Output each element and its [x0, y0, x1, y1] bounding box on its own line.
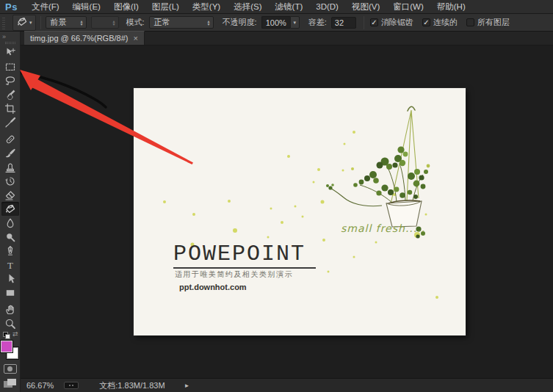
checkbox-checked-icon: ✓ [370, 18, 378, 26]
document-tab-title: timg.jpg @ 66.7%(RGB/8#) [30, 34, 128, 43]
checkbox-anti-alias[interactable]: ✓消除锯齿 [370, 17, 413, 28]
crop-tool[interactable] [1, 101, 19, 115]
ps-logo: Ps [0, 1, 25, 12]
divider [40, 16, 41, 29]
checkbox-label: 所有图层 [477, 17, 510, 28]
checkbox-label: 消除锯齿 [381, 17, 413, 28]
options-grip [1, 16, 7, 29]
tool-palette: » T ⇄ [0, 32, 21, 392]
foreground-color-swatch[interactable] [1, 341, 12, 352]
panel-grip[interactable] [5, 42, 15, 44]
document-canvas[interactable]: POWEPOINT 适用于唯美简约及相关类别演示 ppt.downhot.com… [134, 88, 466, 335]
menu-item-filter[interactable]: 滤镜(T) [269, 0, 310, 14]
default-swatches-widget[interactable]: ⇄ [2, 332, 18, 339]
checkbox-checked-icon: ✓ [422, 18, 430, 26]
quick-selection-tool[interactable] [1, 87, 19, 101]
tolerance-label: 容差: [308, 17, 327, 28]
document-size-info: 文档:1.83M/1.83M [99, 380, 165, 391]
current-tool-button[interactable]: ▾ [12, 15, 36, 31]
checkbox-contiguous[interactable]: ✓连续的 [422, 17, 458, 28]
status-bar: 66.67% 文档:1.83M/1.83M ► [21, 378, 553, 392]
paint-splatter-dots [134, 88, 466, 335]
divider [364, 16, 364, 29]
color-swatches [1, 341, 19, 360]
checkbox-label: 连续的 [433, 17, 458, 28]
updown-arrows-icon: ▴▾ [113, 20, 115, 26]
fill-source-select[interactable]: 前景 ▴▾ [46, 16, 87, 29]
checkbox-all-layers[interactable]: 所有图层 [466, 17, 510, 28]
photoshop-window: Ps 文件(F)编辑(E)图像(I)图层(L)类型(Y)选择(S)滤镜(T)3D… [0, 0, 553, 392]
clone-stamp-tool[interactable] [1, 160, 19, 174]
swap-colors-icon[interactable]: ⇄ [12, 330, 18, 338]
quick-mask-button[interactable] [4, 364, 17, 374]
close-icon[interactable]: × [133, 35, 137, 43]
menu-item-help[interactable]: 帮助(H) [430, 0, 472, 14]
lasso-tool[interactable] [1, 73, 19, 87]
status-menu-icon[interactable] [64, 382, 79, 389]
menu-item-layer[interactable]: 图层(L) [145, 0, 186, 14]
fill-source-value: 前景 [51, 17, 67, 28]
updown-arrows-icon: ▴▾ [208, 20, 210, 26]
menu-bar: Ps 文件(F)编辑(E)图像(I)图层(L)类型(Y)选择(S)滤镜(T)3D… [0, 0, 553, 14]
screen-mode-icon [7, 379, 16, 385]
zoom-level-field[interactable]: 66.67% [21, 381, 59, 390]
eyedropper-tool[interactable] [1, 115, 19, 129]
quick-mask-icon [7, 366, 12, 371]
brush-tool[interactable] [1, 146, 19, 160]
pasteboard[interactable]: POWEPOINT 适用于唯美简约及相关类别演示 ppt.downhot.com… [21, 46, 553, 378]
chevron-down-icon: ▾ [290, 16, 300, 29]
path-selection-tool[interactable] [1, 272, 19, 286]
pen-tool[interactable] [1, 244, 19, 258]
status-expand-icon[interactable]: ► [184, 382, 190, 389]
spot-healing-brush-tool[interactable] [1, 132, 19, 146]
document-tab-bar: timg.jpg @ 66.7%(RGB/8#) × [21, 32, 553, 46]
updown-arrows-icon: ▴▾ [81, 20, 83, 26]
menu-item-3d[interactable]: 3D(D) [309, 0, 345, 14]
default-colors-icon [5, 334, 10, 339]
opacity-value: 100% [261, 16, 290, 29]
menu-item-file[interactable]: 文件(F) [25, 0, 66, 14]
opacity-combo[interactable]: 100% ▾ [261, 16, 300, 29]
chevron-down-icon: ▾ [29, 20, 32, 26]
options-bar: ▾ 前景 ▴▾ ▴▾ 模式: 正常 ▴▾ 不透明度: 100% ▾ 容差: ✓消… [0, 14, 553, 32]
collapse-panel-icon[interactable]: » [0, 32, 20, 42]
menu-item-edit[interactable]: 编辑(E) [66, 0, 107, 14]
opacity-label: 不透明度: [223, 17, 257, 28]
tools-list: T [1, 46, 19, 330]
slide-title: POWEPOINT [173, 242, 306, 266]
tolerance-input[interactable] [331, 17, 356, 29]
menu-item-window[interactable]: 窗口(W) [386, 0, 430, 14]
rectangle-shape-tool[interactable] [1, 286, 19, 300]
blur-tool[interactable] [1, 216, 19, 230]
history-brush-tool[interactable] [1, 174, 19, 188]
checkbox-unchecked-icon [466, 18, 474, 26]
svg-text:T: T [7, 259, 13, 270]
type-tool[interactable]: T [1, 258, 19, 272]
mode-select[interactable]: 正常 ▴▾ [149, 16, 214, 29]
hand-tool[interactable] [1, 302, 19, 316]
paint-bucket-tool[interactable] [1, 202, 19, 216]
pattern-select[interactable]: ▴▾ [91, 16, 119, 29]
options-checkboxes: ✓消除锯齿✓连续的所有图层 [370, 17, 510, 28]
slide-website: ppt.downhot.com [179, 283, 247, 291]
menu-items: 文件(F)编辑(E)图像(I)图层(L)类型(Y)选择(S)滤镜(T)3D(D)… [25, 0, 472, 14]
mode-label: 模式: [126, 17, 145, 28]
eraser-tool[interactable] [1, 188, 19, 202]
menu-item-view[interactable]: 视图(V) [345, 0, 386, 14]
screen-mode-button[interactable] [4, 379, 17, 388]
slide-subtitle: 适用于唯美简约及相关类别演示 [175, 269, 293, 280]
document-tab[interactable]: timg.jpg @ 66.7%(RGB/8#) × [24, 31, 145, 45]
dodge-tool[interactable] [1, 230, 19, 244]
move-tool[interactable] [1, 46, 19, 59]
slide-title-underline: POWEPOINT [173, 242, 316, 269]
menu-item-image[interactable]: 图像(I) [107, 0, 145, 14]
slide-caption: small fresh..... [341, 222, 425, 234]
mode-value: 正常 [154, 17, 170, 28]
rectangular-marquee-tool[interactable] [1, 59, 19, 73]
menu-item-type[interactable]: 类型(Y) [186, 0, 227, 14]
zoom-tool[interactable] [1, 316, 19, 330]
paint-bucket-icon [16, 16, 28, 29]
menu-item-select[interactable]: 选择(S) [227, 0, 268, 14]
